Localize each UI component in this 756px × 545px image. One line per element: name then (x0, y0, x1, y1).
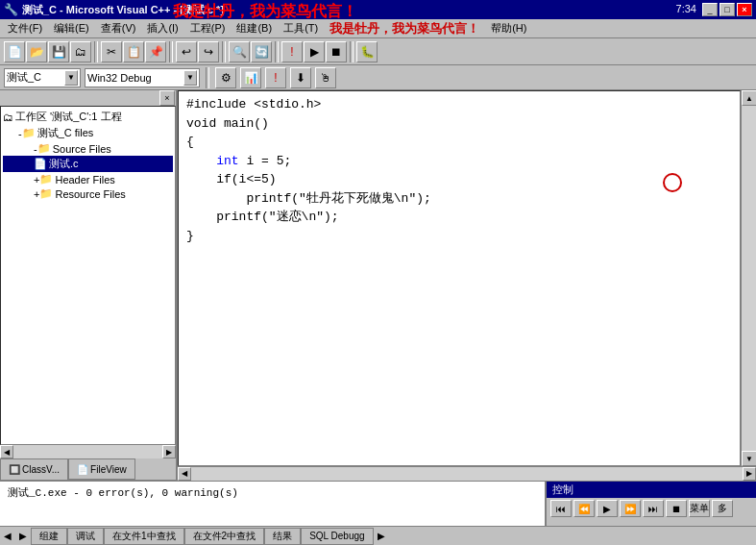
toolbar-sep-2 (169, 41, 173, 62)
editor-vscrollbar[interactable]: ▲ ▼ (741, 90, 756, 466)
close-button[interactable]: × (737, 3, 752, 16)
toolbar2-sep (206, 67, 209, 88)
time-display: 7:34 (676, 3, 696, 16)
fileview-icon: 📄 (77, 464, 88, 475)
title-bar: 🔧 测试_C - Microsoft Visual C++ - [测试.c *]… (0, 0, 756, 19)
tb2-btn1[interactable]: ⚙ (215, 67, 236, 88)
tab-sql[interactable]: SQL Debugg (301, 528, 373, 545)
control-buttons: ⏮ ⏪ ▶ ⏩ ⏭ ⏹ 菜单 多 (547, 498, 756, 519)
copy-button[interactable]: 📋 (123, 41, 144, 62)
classview-icon: 🔲 (9, 464, 20, 475)
ctrl-btn-2[interactable]: ⏪ (573, 500, 595, 517)
main-toolbar: 📄 📂 💾 🗂 ✂ 📋 📌 ↩ ↪ 🔍 🔄 ! ▶ ⏹ 🐛 (0, 38, 756, 65)
open-button[interactable]: 📂 (26, 41, 47, 62)
stop-button[interactable]: ⏹ (326, 41, 347, 62)
ctrl-btn-5[interactable]: ⏭ (643, 500, 664, 517)
editor-hscrollbar[interactable]: ◀ ▶ (178, 466, 756, 480)
project-toolbar: 测试_C ▼ Win32 Debug ▼ ⚙ 📊 ! ⬇ 🖱 (0, 65, 756, 90)
config-combo[interactable]: Win32 Debug ▼ (85, 68, 200, 87)
tab-build[interactable]: 组建 (31, 528, 67, 545)
tree-main-c[interactable]: 📄 测试.c (3, 156, 173, 172)
tree-resource-files[interactable]: + 📁 Resource Files (3, 186, 173, 201)
cut-button[interactable]: ✂ (101, 41, 122, 62)
left-panel-close[interactable]: × (159, 90, 175, 106)
main-area: × 🗂 工作区 '测试_C':1 工程 - 📁 测试_C files - 📁 S… (0, 90, 756, 480)
editor-hscroll-right[interactable]: ▶ (743, 467, 756, 481)
editor-hscroll-left[interactable]: ◀ (178, 467, 191, 481)
code-line-8: } (186, 227, 732, 246)
compile-button[interactable]: ! (281, 41, 303, 62)
control-title: 控制 (547, 482, 756, 498)
menu-view[interactable]: 查看(V) (95, 19, 142, 37)
control-panel: 控制 ⏮ ⏪ ▶ ⏩ ⏭ ⏹ 菜单 多 (545, 482, 756, 526)
editor-with-scrollbar: #include <stdio.h> void main() { int i =… (178, 90, 756, 466)
menu-help[interactable]: 帮助(H) (485, 19, 532, 37)
tree-header-files[interactable]: + 📁 Header Files (3, 172, 173, 186)
menu-edit[interactable]: 编辑(E) (48, 19, 95, 37)
save-button[interactable]: 💾 (48, 41, 69, 62)
left-panel-tabs: 🔲 ClassV... 📄 FileView (0, 458, 176, 480)
project-folder-icon: 📁 (22, 127, 36, 139)
tree-source-files[interactable]: - 📁 Source Files (3, 141, 173, 156)
bottom-tabs: ◀ ▶ 组建 调试 在文件1中查找 在文件2中查找 结果 SQL Debugg … (0, 526, 756, 545)
tab-find1[interactable]: 在文件1中查找 (104, 528, 184, 545)
ctrl-btn-extra[interactable]: 多 (712, 500, 733, 517)
hscroll-left[interactable]: ◀ (0, 445, 13, 458)
overlay-text: 我是牡丹，我为菜鸟代言！ (173, 2, 357, 22)
code-line-7: printf("迷恋\n"); (186, 208, 732, 227)
project-combo-arrow[interactable]: ▼ (64, 70, 78, 86)
workspace-tree: 🗂 工作区 '测试_C':1 工程 - 📁 测试_C files - 📁 Sou… (0, 106, 176, 445)
toolbar-sep-3 (222, 41, 226, 62)
code-line-5: if(i<=5) (186, 170, 732, 189)
tb2-btn2[interactable]: 📊 (240, 67, 261, 88)
cursor-indicator (663, 173, 682, 192)
btabs-scroll-right2[interactable]: ▶ (374, 530, 389, 542)
debug-button[interactable]: 🐛 (356, 41, 378, 62)
tab-find2[interactable]: 在文件2中查找 (184, 528, 265, 545)
tb2-btn4[interactable]: ⬇ (290, 67, 311, 88)
tab-fileview[interactable]: 📄 FileView (68, 458, 135, 480)
btabs-scroll-left[interactable]: ◀ (0, 530, 15, 542)
editor-hscroll-track[interactable] (191, 467, 743, 481)
editor-container: #include <stdio.h> void main() { int i =… (178, 90, 756, 480)
left-panel-hscrollbar[interactable]: ◀ ▶ (0, 445, 176, 458)
ctrl-btn-3[interactable]: ▶ (597, 500, 618, 517)
tb2-btn5[interactable]: 🖱 (315, 67, 336, 88)
vscroll-down[interactable]: ▼ (742, 451, 756, 466)
ctrl-btn-6[interactable]: ⏹ (666, 500, 687, 517)
source-folder-icon: 📁 (37, 142, 51, 155)
output-text: 测试_C.exe - 0 error(s), 0 warning(s) (0, 482, 545, 526)
tab-debug[interactable]: 调试 (67, 528, 104, 545)
save-all-button[interactable]: 🗂 (70, 41, 91, 62)
hscroll-track[interactable] (13, 445, 162, 458)
vscroll-up[interactable]: ▲ (742, 90, 756, 106)
menu-file[interactable]: 文件(F) (2, 19, 48, 37)
find-button[interactable]: 🔍 (229, 41, 250, 62)
tab-results[interactable]: 结果 (264, 528, 301, 545)
paste-button[interactable]: 📌 (145, 41, 166, 62)
config-combo-arrow[interactable]: ▼ (183, 70, 197, 86)
redo-button[interactable]: ↪ (198, 41, 219, 62)
ctrl-btn-1[interactable]: ⏮ (550, 500, 572, 517)
replace-button[interactable]: 🔄 (251, 41, 272, 62)
left-panel: × 🗂 工作区 '测试_C':1 工程 - 📁 测试_C files - 📁 S… (0, 90, 178, 480)
ctrl-btn-4[interactable]: ⏩ (620, 500, 641, 517)
tab-classview[interactable]: 🔲 ClassV... (0, 458, 68, 480)
minimize-button[interactable]: _ (702, 3, 718, 16)
tb2-btn3[interactable]: ! (265, 67, 286, 88)
btabs-scroll-right[interactable]: ▶ (15, 530, 31, 542)
code-editor[interactable]: #include <stdio.h> void main() { int i =… (178, 90, 741, 466)
hscroll-right[interactable]: ▶ (162, 445, 176, 458)
tree-project[interactable]: - 📁 测试_C files (3, 125, 173, 141)
ctrl-menu[interactable]: 菜单 (689, 500, 710, 517)
resource-folder-icon: 📁 (39, 187, 53, 200)
maximize-button[interactable]: □ (719, 3, 735, 16)
project-combo[interactable]: 测试_C ▼ (4, 68, 81, 87)
code-line-4: int i = 5; (186, 152, 732, 171)
tree-workspace[interactable]: 🗂 工作区 '测试_C':1 工程 (3, 109, 173, 125)
menu-bar: 文件(F) 编辑(E) 查看(V) 插入(I) 工程(P) 组建(B) 工具(T… (0, 19, 756, 38)
vscroll-track[interactable] (742, 106, 756, 451)
run-button[interactable]: ▶ (304, 41, 325, 62)
new-button[interactable]: 📄 (4, 41, 25, 62)
undo-button[interactable]: ↩ (176, 41, 197, 62)
